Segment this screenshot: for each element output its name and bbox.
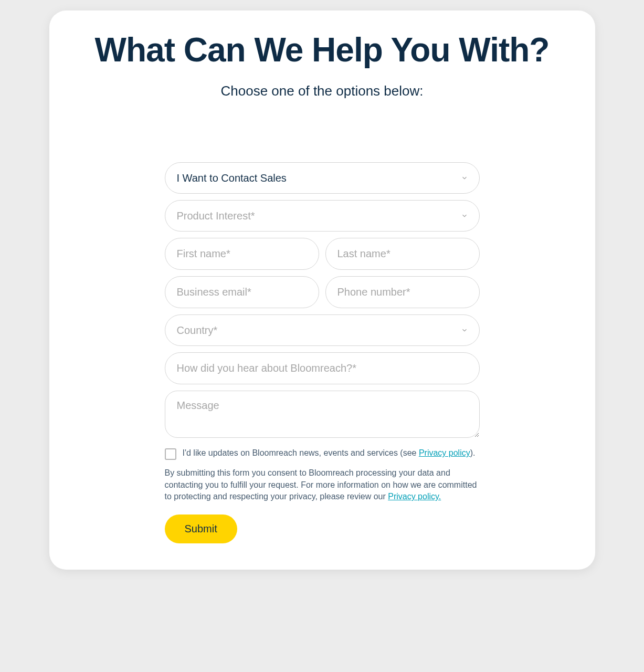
last-name-input[interactable] bbox=[325, 238, 480, 270]
privacy-policy-link-2[interactable]: Privacy policy. bbox=[388, 492, 441, 501]
phone-input[interactable] bbox=[325, 276, 480, 308]
hear-about-input[interactable] bbox=[165, 352, 480, 384]
topic-select[interactable]: I Want to Contact Sales bbox=[165, 162, 480, 194]
message-textarea[interactable] bbox=[165, 391, 480, 438]
contact-form-card: What Can We Help You With? Choose one of… bbox=[49, 10, 595, 570]
form-container: I Want to Contact Sales Product Interest… bbox=[165, 162, 480, 543]
updates-checkbox[interactable] bbox=[165, 448, 176, 460]
submit-button[interactable]: Submit bbox=[165, 514, 237, 543]
page-title: What Can We Help You With? bbox=[76, 32, 569, 68]
country-select[interactable]: Country* bbox=[165, 314, 480, 346]
updates-checkbox-label: I'd like updates on Bloomreach news, eve… bbox=[183, 447, 476, 459]
product-interest-select[interactable]: Product Interest* bbox=[165, 200, 480, 232]
privacy-policy-link[interactable]: Privacy policy bbox=[419, 448, 470, 457]
first-name-input[interactable] bbox=[165, 238, 319, 270]
page-subtitle: Choose one of the options below: bbox=[76, 83, 569, 99]
business-email-input[interactable] bbox=[165, 276, 319, 308]
disclaimer-text: By submitting this form you consent to B… bbox=[165, 467, 480, 502]
